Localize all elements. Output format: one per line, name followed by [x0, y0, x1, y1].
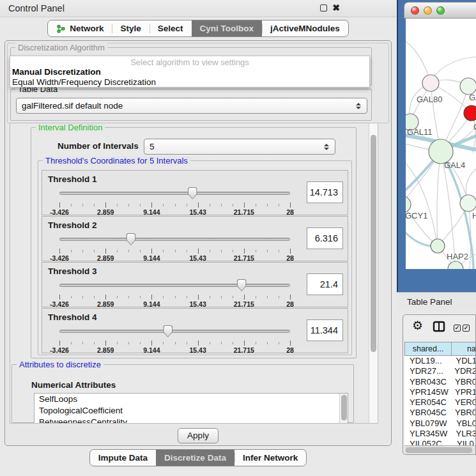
tab-network[interactable]: Network: [48, 20, 112, 36]
number-of-intervals-label: Number of Intervals: [58, 141, 139, 151]
network-node[interactable]: [464, 105, 476, 121]
tab-label: Select: [158, 24, 183, 33]
table-row[interactable]: YER054CYER0: [404, 397, 476, 408]
tick-mark: [256, 342, 256, 344]
checkbox-icon[interactable]: ✓: [463, 325, 470, 332]
gear-icon[interactable]: ⚙: [412, 319, 423, 332]
tab-style[interactable]: Style: [112, 20, 149, 36]
table-data-combobox[interactable]: galFiltered.sif default node: [16, 98, 367, 114]
network-node[interactable]: [460, 195, 476, 211]
tick-mark: [198, 295, 199, 300]
node-label: GAL80: [417, 95, 442, 104]
scrollbar-thumb[interactable]: [371, 135, 376, 352]
tab-select[interactable]: Select: [150, 20, 192, 36]
tick-mark: [279, 250, 279, 252]
slider-handle[interactable]: [126, 233, 135, 245]
network-node[interactable]: [448, 261, 463, 269]
network-window-titlebar[interactable]: [404, 2, 476, 19]
tick-mark: [105, 295, 106, 300]
threshold-slider[interactable]: -3.4262.8599.14415.4321.71528: [59, 325, 290, 353]
tab-cyni-toolbox[interactable]: Cyni Toolbox: [192, 20, 263, 36]
slider-ticks: [59, 341, 290, 346]
tick-mark: [163, 250, 164, 252]
list-scrollbar[interactable]: [339, 394, 348, 423]
scrollbar-thumb[interactable]: [341, 395, 347, 420]
table-header: shared... na: [404, 342, 476, 356]
numerical-attributes-list[interactable]: SelfLoopsTopologicalCoefficientBetweenne…: [34, 393, 348, 424]
threshold-slider[interactable]: -3.4262.8599.14415.4321.71528: [59, 187, 290, 215]
table-row[interactable]: YLR345WYLR3: [404, 429, 476, 439]
tab-jactivemnodules[interactable]: jActiveMNodules: [262, 20, 348, 36]
column-header-name[interactable]: na: [451, 342, 476, 356]
node-label: GCY1: [406, 211, 427, 220]
group-title: Discretization Algorithm: [15, 43, 107, 52]
number-of-intervals-combobox[interactable]: 5: [144, 139, 335, 155]
network-canvas[interactable]: GAL80GACGAL11GAL4GCY1HHAP2: [406, 19, 476, 269]
tick-mark: [290, 341, 291, 346]
network-graph[interactable]: GAL80GACGAL11GAL4GCY1HHAP2: [406, 19, 476, 269]
column-header-shared-name[interactable]: shared...: [404, 342, 451, 356]
attribute-item-betweennesscentrality[interactable]: BetweennessCentrality: [35, 417, 348, 424]
attribute-item-selfloops[interactable]: SelfLoops: [35, 394, 348, 405]
tick-label: 9.144: [143, 300, 160, 308]
slider-handle[interactable]: [237, 279, 247, 291]
slider-ticks: [59, 203, 290, 208]
horizontal-scrollbar[interactable]: [404, 445, 476, 454]
tick-mark: [267, 342, 268, 344]
tab-infer-network[interactable]: Infer Network: [234, 450, 306, 466]
panel-title: Control Panel: [8, 3, 65, 13]
network-node[interactable]: [422, 75, 439, 91]
scrollbar-thumb[interactable]: [406, 447, 472, 453]
tab-discretize-data[interactable]: Discretize Data: [156, 450, 234, 466]
tick-label: 21.715: [234, 254, 254, 262]
attribute-item-topologicalcoefficient[interactable]: TopologicalCoefficient: [35, 405, 348, 417]
float-window-icon[interactable]: [320, 4, 327, 12]
top-tab-bar: NetworkStyleSelectCyni ToolboxjActiveMNo…: [0, 20, 396, 37]
table-row[interactable]: YDL19...YDL1: [404, 356, 476, 366]
checkbox-icon[interactable]: ✓: [454, 325, 461, 332]
table-toolbar: ⚙ ✓ ✓: [403, 315, 475, 341]
threshold-slider[interactable]: -3.4262.8599.14415.4321.71528: [59, 279, 290, 307]
network-view-window[interactable]: GAL80GACGAL11GAL4GCY1HHAP2: [397, 0, 476, 292]
slider-tick-labels: -3.4262.8599.14415.4321.71528: [59, 300, 290, 308]
tick-mark: [117, 342, 118, 344]
node-label: H: [472, 211, 476, 220]
minimize-button[interactable]: [424, 6, 432, 15]
tick-label: 15.43: [189, 300, 206, 308]
network-node[interactable]: [431, 239, 445, 253]
bottom-tab-bar: Impute DataDiscretize DataInfer Network: [0, 449, 396, 466]
close-button[interactable]: [411, 6, 419, 15]
popup-option-equal-width-frequency-discretization[interactable]: Equal Width/Frequency Discretization: [10, 77, 369, 88]
close-icon[interactable]: ✖: [332, 4, 340, 12]
node-label: GAL11: [407, 127, 433, 137]
tick-mark: [175, 296, 176, 298]
tick-mark: [175, 342, 176, 344]
tick-label: 2.859: [97, 346, 114, 354]
zoom-button[interactable]: [436, 6, 445, 15]
threshold-value-field[interactable]: 6.316: [307, 227, 343, 249]
table-row[interactable]: YBR045CYBR0: [404, 408, 476, 418]
tick-label: 28: [286, 346, 294, 354]
slider-handle[interactable]: [188, 187, 197, 199]
popup-option-manual-discretization[interactable]: Manual Discretization: [10, 67, 369, 77]
cell-name: YBR0: [451, 408, 476, 418]
tick-mark: [163, 204, 164, 206]
tick-mark: [59, 295, 60, 300]
table-row[interactable]: YBR043CYBR0: [404, 377, 476, 387]
threshold-value-field[interactable]: 14.713: [307, 181, 343, 203]
columns-icon[interactable]: [433, 321, 445, 332]
threshold-value-field[interactable]: 11.344: [307, 319, 343, 341]
table-row[interactable]: YPR145WYPR1: [404, 387, 476, 397]
table-row[interactable]: YDR27...YDR2: [404, 366, 476, 376]
tick-mark: [256, 296, 256, 298]
table-row[interactable]: YBL079WYBL0: [404, 418, 476, 429]
slider-handle[interactable]: [163, 325, 173, 337]
threshold-slider[interactable]: -3.4262.8599.14415.4321.71528: [59, 233, 290, 261]
tick-mark: [105, 341, 106, 346]
apply-button[interactable]: Apply: [178, 428, 219, 443]
tab-impute-data[interactable]: Impute Data: [90, 450, 156, 466]
slider-track: [59, 284, 290, 287]
number-of-intervals-value: 5: [150, 142, 155, 151]
vertical-scrollbar[interactable]: [369, 123, 378, 423]
threshold-value-field[interactable]: 21.4: [307, 273, 343, 295]
